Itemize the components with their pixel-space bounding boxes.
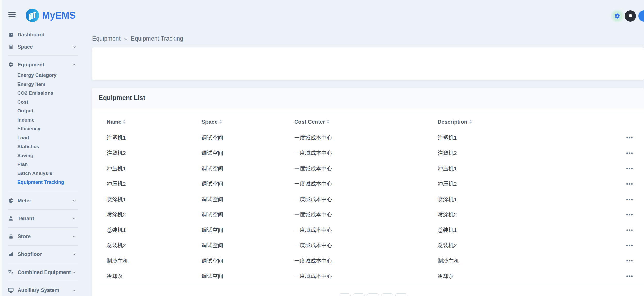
table-row: 制冷主机 调试空间 一度城成本中心 制冷主机 [99, 253, 644, 269]
sidebar-subitem-output[interactable]: Output [17, 107, 33, 115]
table-body: 注塑机1 调试空间 一度城成本中心 注塑机1 注塑机2 调试空间 一度城成本中心… [99, 130, 644, 284]
chevron-up-icon [72, 63, 76, 67]
sidebar-item-label: Space [18, 44, 33, 50]
sidebar-subitem-statistics[interactable]: Statistics [17, 142, 39, 151]
sort-icon [219, 120, 222, 124]
sidebar-subitem-energy-item[interactable]: Energy Item [17, 80, 45, 89]
space-selector-panel: SPACE Export [92, 47, 644, 80]
sidebar-divider [8, 192, 78, 192]
sidebar-subitem-saving[interactable]: Saving [17, 151, 33, 160]
sidebar-divider [8, 245, 78, 246]
table-header-row: Name Space Cost Center Description [99, 113, 644, 130]
sidebar-subitem-plan[interactable]: Plan [17, 160, 28, 169]
table-row: 注塑机1 调试空间 一度城成本中心 注塑机1 [99, 130, 644, 146]
sidebar-divider [8, 227, 78, 228]
sidebar-item-label: Meter [18, 198, 31, 204]
equipment-table: Name Space Cost Center Description [99, 113, 644, 284]
ellipsis-icon[interactable] [625, 228, 634, 232]
pie-chart-icon [8, 198, 14, 203]
ellipsis-icon[interactable] [625, 212, 634, 217]
sidebar-item-meter[interactable]: Meter [2, 195, 82, 206]
pagination-button[interactable] [381, 293, 393, 296]
pagination-button[interactable] [339, 293, 351, 296]
settings-gear-icon[interactable] [613, 11, 622, 21]
sort-icon [123, 120, 126, 124]
sidebar-item-store[interactable]: Store [2, 231, 82, 241]
card-title: Equipment List [99, 94, 145, 102]
chevron-down-icon [72, 252, 76, 256]
breadcrumb-divider [92, 44, 644, 44]
table-row: 冲压机2 调试空间 一度城成本中心 冲压机2 [99, 176, 644, 192]
pagination-button[interactable] [395, 293, 407, 296]
gauge-icon [8, 32, 14, 38]
sidebar-subitem-efficiency[interactable]: Efficiency [17, 124, 41, 133]
sidebar-item-label: Equipment [18, 62, 44, 68]
pagination [339, 293, 407, 296]
sidebar-subitem-income[interactable]: Income [17, 116, 35, 124]
sidebar-subitem-co2-emissions[interactable]: CO2 Emissions [17, 89, 53, 97]
ellipsis-icon[interactable] [625, 274, 634, 279]
sidebar-item-equipment[interactable]: Equipment [2, 59, 82, 70]
sidebar-item-space[interactable]: Space [2, 42, 82, 52]
table-row: 冷却泵 调试空间 一度城成本中心 冷却泵 [99, 269, 644, 284]
window-edge [0, 0, 2, 296]
sidebar-item-tenant[interactable]: Tenant [2, 213, 82, 224]
chevron-down-icon [72, 45, 76, 49]
user-icon [8, 216, 14, 221]
notification-bell-icon[interactable] [625, 10, 636, 22]
double-gear-icon [8, 269, 14, 276]
user-avatar[interactable] [638, 10, 644, 22]
sidebar-item-label: Shopfloor [18, 251, 42, 257]
sidebar-subitem-energy-category[interactable]: Energy Category [17, 71, 57, 80]
ellipsis-icon[interactable] [625, 135, 634, 140]
column-header-cost-center[interactable]: Cost Center [294, 119, 329, 125]
sidebar-item-label: Store [18, 233, 31, 239]
sidebar-nav: Dashboard Space Equipment Energy Categor… [2, 0, 82, 296]
building-icon [8, 44, 14, 50]
shopping-bag-icon [8, 233, 14, 239]
chevron-down-icon [72, 234, 76, 238]
sidebar-subitem-equipment-tracking[interactable]: Equipment Tracking [17, 178, 64, 187]
sidebar-item-label: Tenant [18, 216, 34, 222]
factory-icon [8, 251, 14, 257]
gear-icon [8, 62, 14, 67]
top-navbar: MyEMS [2, 0, 644, 31]
sidebar-divider [8, 263, 78, 263]
column-header-description[interactable]: Description [438, 119, 472, 125]
sidebar-divider [8, 55, 78, 56]
sidebar-divider [8, 281, 78, 281]
pagination-button[interactable] [353, 293, 365, 296]
ellipsis-icon[interactable] [625, 197, 634, 202]
sidebar-subitem-cost[interactable]: Cost [17, 98, 28, 107]
pagination-button[interactable] [367, 293, 379, 296]
sort-icon [327, 120, 329, 124]
card-header: Equipment List [92, 88, 644, 108]
equipment-list-card: Equipment List Name Space Cost Center De… [92, 88, 644, 296]
chevron-down-icon [72, 270, 76, 274]
table-row: 总装机2 调试空间 一度城成本中心 总装机2 [99, 238, 644, 253]
ellipsis-icon[interactable] [625, 182, 634, 186]
ellipsis-icon[interactable] [625, 166, 634, 171]
sidebar-item-auxiliary-system[interactable]: Auxiliary System [2, 285, 82, 295]
column-header-space[interactable]: Space [202, 119, 222, 125]
sidebar-item-shopfloor[interactable]: Shopfloor [2, 249, 82, 259]
table-row: 注塑机2 调试空间 一度城成本中心 注塑机2 [99, 146, 644, 161]
chevron-down-icon [72, 288, 76, 292]
breadcrumb-separator: » [124, 36, 127, 42]
sidebar-subitem-batch-analysis[interactable]: Batch Analysis [17, 169, 52, 178]
column-header-name[interactable]: Name [107, 119, 126, 125]
ellipsis-icon[interactable] [625, 151, 634, 156]
table-row: 冲压机1 调试空间 一度城成本中心 冲压机1 [99, 161, 644, 176]
table-row: 喷涂机1 调试空间 一度城成本中心 喷涂机1 [99, 192, 644, 207]
breadcrumb-current-page: Equipment Tracking [131, 35, 183, 42]
sidebar-subitem-load[interactable]: Load [17, 133, 29, 142]
monitor-icon [8, 287, 14, 293]
sidebar-divider [8, 209, 78, 210]
sidebar-item-dashboard[interactable]: Dashboard [2, 29, 82, 40]
sidebar-item-combined-equipment[interactable]: Combined Equipment [2, 267, 82, 277]
breadcrumb: Equipment » Equipment Tracking [92, 35, 183, 42]
breadcrumb-link-equipment[interactable]: Equipment [92, 35, 121, 42]
sidebar-item-label: Dashboard [18, 32, 44, 38]
ellipsis-icon[interactable] [625, 259, 634, 263]
ellipsis-icon[interactable] [625, 243, 634, 248]
